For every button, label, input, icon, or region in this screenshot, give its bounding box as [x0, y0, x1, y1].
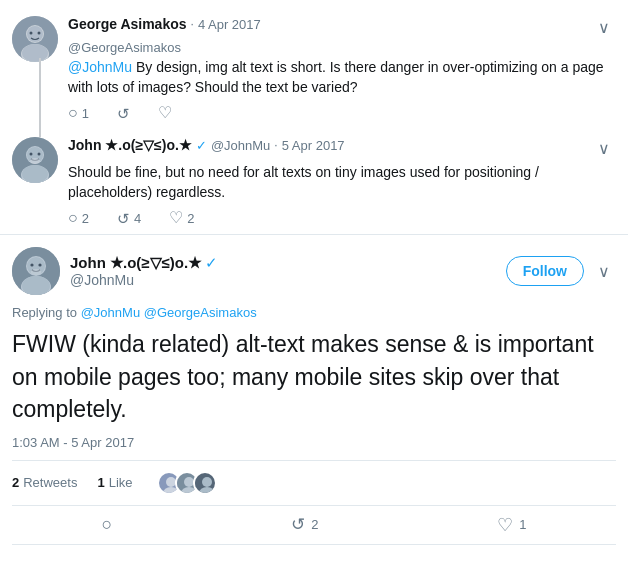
tweet-content-john-reply: John ★.o(≥▽≤)o.★ ✓ @JohnMu · 5 Apr 2017 …: [68, 137, 616, 226]
retweet-action-john-reply[interactable]: ↺ 4: [117, 211, 141, 226]
like-stat: 1 Like: [97, 475, 132, 490]
replying-to-user2[interactable]: @GeorgeAsimakos: [144, 305, 257, 320]
like-icon-george: ♡: [158, 105, 172, 121]
main-retweet-count-action: 2: [311, 517, 318, 532]
john-reply-like-count: 2: [187, 211, 194, 226]
main-retweet-icon: ↺: [291, 514, 305, 535]
tweet-item-john-reply: John ★.o(≥▽≤)o.★ ✓ @JohnMu · 5 Apr 2017 …: [12, 129, 616, 234]
tweet-thread: George Asimakos · 4 Apr 2017 ∨ @GeorgeAs…: [0, 0, 628, 234]
chevron-down-icon-main[interactable]: ∨: [592, 260, 616, 283]
retweet-icon-george: ↺: [117, 106, 130, 121]
replying-to-user1[interactable]: @JohnMu: [81, 305, 140, 320]
svg-point-22: [31, 269, 42, 275]
follow-button[interactable]: Follow: [506, 256, 584, 286]
main-tweet-text: FWIW (kinda related) alt-text makes sens…: [12, 328, 616, 425]
main-avatar-john[interactable]: [12, 247, 60, 295]
dot-sep-1: ·: [191, 17, 194, 31]
main-like-icon: ♡: [497, 514, 513, 536]
reply-action-george[interactable]: ○ 1: [68, 105, 89, 121]
john-reply-reply-count: 2: [82, 211, 89, 226]
john-reply-body: Should be fine, but no need for alt text…: [68, 164, 539, 200]
replying-to: Replying to @JohnMu @GeorgeAsimakos: [12, 305, 616, 320]
main-tweet: John ★.o(≥▽≤)o.★ ✓ @JohnMu Follow ∨ Repl…: [0, 234, 628, 545]
john-reply-tweet-text: Should be fine, but no need for alt text…: [68, 163, 616, 202]
main-tweet-timestamp: 1:03 AM - 5 Apr 2017: [12, 435, 616, 461]
reply-action-john-reply[interactable]: ○ 2: [68, 210, 89, 226]
george-tweet-body: By design, img alt text is short. Is the…: [68, 59, 604, 95]
george-mention[interactable]: @JohnMu: [68, 59, 132, 75]
connector-line: [39, 58, 41, 137]
george-tweet-text: @JohnMu By design, img alt text is short…: [68, 58, 616, 97]
george-username[interactable]: @GeorgeAsimakos: [68, 40, 181, 55]
main-tweet-actions-row: Follow ∨: [506, 256, 616, 286]
verified-badge-main: ✓: [205, 254, 218, 272]
main-tweet-user: John ★.o(≥▽≤)o.★ ✓ @JohnMu: [12, 247, 218, 295]
avatar-john-reply[interactable]: [12, 137, 58, 183]
main-reply-icon: ○: [101, 514, 112, 535]
john-reply-tweet-actions: ○ 2 ↺ 4 ♡ 2: [68, 210, 616, 226]
retweet-like-row: 2 Retweets 1 Like: [12, 461, 616, 506]
george-reply-count: 1: [82, 106, 89, 121]
retweet-icon-john-reply: ↺: [117, 211, 130, 226]
svg-point-4: [22, 44, 48, 62]
george-tweet-date: 4 Apr 2017: [198, 17, 261, 32]
verified-badge-john-reply: ✓: [196, 138, 207, 153]
retweet-stat: 2 Retweets: [12, 475, 77, 490]
john-reply-user-info: John ★.o(≥▽≤)o.★ ✓ @JohnMu · 5 Apr 2017: [68, 137, 345, 153]
main-reply-action[interactable]: ○: [101, 514, 112, 535]
main-retweet-action[interactable]: ↺ 2: [291, 514, 318, 535]
main-user-info: John ★.o(≥▽≤)o.★ ✓ @JohnMu: [70, 254, 218, 288]
chevron-down-icon-george[interactable]: ∨: [592, 16, 616, 39]
main-display-name[interactable]: John ★.o(≥▽≤)o.★: [70, 254, 201, 272]
engagement-avatars: [157, 471, 217, 495]
retweet-action-george[interactable]: ↺: [117, 106, 130, 121]
tweet-header-george: George Asimakos · 4 Apr 2017 ∨: [68, 16, 616, 39]
avatar-george[interactable]: [12, 16, 58, 62]
john-reply-retweet-count: 4: [134, 211, 141, 226]
main-tweet-bottom-actions: ○ ↺ 2 ♡ 1: [12, 506, 616, 545]
svg-point-5: [30, 32, 33, 35]
svg-point-14: [30, 158, 40, 164]
svg-point-13: [38, 153, 41, 156]
svg-point-6: [38, 32, 41, 35]
main-username[interactable]: @JohnMu: [70, 272, 218, 288]
like-action-george[interactable]: ♡: [158, 105, 172, 121]
john-reply-display-name[interactable]: John ★.o(≥▽≤)o.★: [68, 137, 192, 153]
eng-avatar-3[interactable]: [193, 471, 217, 495]
like-action-john-reply[interactable]: ♡ 2: [169, 210, 194, 226]
reply-icon-george: ○: [68, 105, 78, 121]
svg-point-11: [22, 165, 48, 183]
tweet-content-george: George Asimakos · 4 Apr 2017 ∨ @GeorgeAs…: [68, 16, 616, 121]
like-label: Like: [109, 475, 133, 490]
svg-point-12: [30, 153, 33, 156]
svg-point-21: [38, 264, 41, 267]
john-reply-username[interactable]: @JohnMu: [211, 138, 270, 153]
like-icon-john-reply: ♡: [169, 210, 183, 226]
tweet-item-george: George Asimakos · 4 Apr 2017 ∨ @GeorgeAs…: [12, 8, 616, 129]
george-tweet-actions: ○ 1 ↺ ♡: [68, 105, 616, 121]
svg-point-30: [202, 477, 212, 487]
main-tweet-header: John ★.o(≥▽≤)o.★ ✓ @JohnMu Follow ∨: [12, 247, 616, 295]
tweet-header-john-reply: John ★.o(≥▽≤)o.★ ✓ @JohnMu · 5 Apr 2017 …: [68, 137, 616, 160]
svg-point-20: [30, 264, 33, 267]
main-like-action[interactable]: ♡ 1: [497, 514, 526, 536]
retweet-count: 2: [12, 475, 19, 490]
retweet-label: Retweets: [23, 475, 77, 490]
main-like-count-action: 1: [519, 517, 526, 532]
chevron-down-icon-john-reply[interactable]: ∨: [592, 137, 616, 160]
replying-to-label: Replying to: [12, 305, 77, 320]
tweet-user-info-george: George Asimakos · 4 Apr 2017: [68, 16, 261, 32]
george-display-name[interactable]: George Asimakos: [68, 16, 187, 32]
reply-icon-john-reply: ○: [68, 210, 78, 226]
george-handle-row: @GeorgeAsimakos: [68, 40, 616, 55]
dot-sep-2: ·: [274, 138, 277, 152]
like-count: 1: [97, 475, 104, 490]
john-reply-date: 5 Apr 2017: [282, 138, 345, 153]
